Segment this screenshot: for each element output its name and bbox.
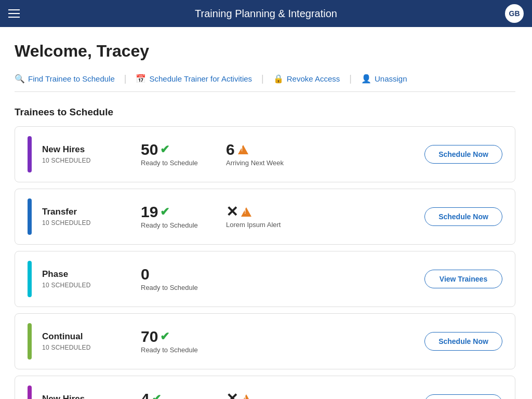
card-stat-continual: 70✔ Ready to Schedule <box>141 329 214 354</box>
card-stat-new-hires-2: 4✔ Ready to Schedule <box>141 391 214 399</box>
card-alert-new-hires-2: ✕ Lorem Ipsum Alert <box>226 392 309 399</box>
trainee-card-new-hires-2: New Hires 10 SCHEDULED 4✔ Ready to Sched… <box>15 376 515 399</box>
check-icon: ✔ <box>160 144 169 155</box>
card-info-continual: Continual 10 SCHEDULED <box>42 331 125 351</box>
card-accent-new-hires-1 <box>28 136 32 172</box>
card-alert-new-hires-1: 6 Arriving Next Week <box>226 142 309 167</box>
nav-unassign[interactable]: 👤 Unassign <box>352 74 417 84</box>
card-action-transfer: Schedule Now <box>424 207 502 226</box>
card-info-new-hires-2: New Hires 10 SCHEDULED <box>42 394 125 399</box>
continual-action-button[interactable]: Schedule Now <box>424 332 502 351</box>
card-accent-new-hires-2 <box>28 385 32 399</box>
main-content: Welcome, Tracey 🔍 Find Trainee to Schedu… <box>0 27 532 399</box>
welcome-title: Welcome, Tracey <box>15 42 515 61</box>
header: Training Planning & Integration GB <box>0 0 532 27</box>
trainee-cards-list: New Hires 10 SCHEDULED 50✔ Ready to Sche… <box>15 126 515 399</box>
lock-icon: 🔒 <box>273 74 284 84</box>
card-action-new-hires-1: Schedule Now <box>424 145 502 164</box>
card-accent-transfer <box>28 198 32 235</box>
trainee-card-continual: Continual 10 SCHEDULED 70✔ Ready to Sche… <box>15 313 515 369</box>
card-stat-phase: 0 Ready to Schedule <box>141 267 214 291</box>
trainee-card-new-hires-1: New Hires 10 SCHEDULED 50✔ Ready to Sche… <box>15 126 515 182</box>
card-action-new-hires-2: Schedule Now <box>424 394 502 399</box>
card-accent-continual <box>28 323 32 360</box>
card-scheduled-phase: 10 SCHEDULED <box>42 282 125 289</box>
check-icon: ✔ <box>152 393 161 399</box>
stat-number-transfer: 19✔ <box>141 204 214 220</box>
alert-label-transfer: Lorem Ipsum Alert <box>226 221 309 229</box>
calendar-icon: 📅 <box>136 74 146 84</box>
card-scheduled-transfer: 10 SCHEDULED <box>42 219 125 227</box>
stat-number-phase: 0 <box>141 267 214 282</box>
card-action-phase: View Trainees <box>424 270 502 288</box>
card-info-phase: Phase 10 SCHEDULED <box>42 269 125 289</box>
card-action-continual: Schedule Now <box>424 332 502 351</box>
trainee-card-phase: Phase 10 SCHEDULED 0 Ready to Schedule V… <box>15 251 515 307</box>
card-accent-phase <box>28 261 32 297</box>
section-title: Trainees to Schedule <box>15 107 515 118</box>
card-stat-new-hires-1: 50✔ Ready to Schedule <box>141 142 214 167</box>
trainee-card-transfer: Transfer 10 SCHEDULED 19✔ Ready to Sched… <box>15 189 515 245</box>
card-name-continual: Continual <box>42 331 125 342</box>
card-name-new-hires-1: New Hires <box>42 144 125 155</box>
phase-action-button[interactable]: View Trainees <box>424 270 502 288</box>
person-minus-icon: 👤 <box>361 74 371 84</box>
alert-label-new-hires-1: Arriving Next Week <box>226 159 309 167</box>
check-icon: ✔ <box>160 331 169 342</box>
nav-find-trainee[interactable]: 🔍 Find Trainee to Schedule <box>15 74 124 84</box>
new-hires-2-action-button[interactable]: Schedule Now <box>424 394 502 399</box>
stat-label-phase: Ready to Schedule <box>141 284 214 291</box>
alert-triangle-icon <box>241 394 251 399</box>
stat-label-transfer: Ready to Schedule <box>141 221 214 229</box>
card-scheduled-new-hires-1: 10 SCHEDULED <box>42 157 125 164</box>
stat-label-new-hires-1: Ready to Schedule <box>141 159 214 167</box>
card-alert-transfer: ✕ Lorem Ipsum Alert <box>226 205 309 229</box>
stat-label-continual: Ready to Schedule <box>141 346 214 354</box>
card-name-transfer: Transfer <box>42 207 125 217</box>
app-title: Training Planning & Integration <box>195 8 337 20</box>
card-scheduled-continual: 10 SCHEDULED <box>42 344 125 351</box>
nav-revoke-access[interactable]: 🔒 Revoke Access <box>264 74 350 84</box>
avatar[interactable]: GB <box>505 4 524 23</box>
alert-number-transfer: ✕ <box>226 205 309 219</box>
stat-number-new-hires-1: 50✔ <box>141 142 214 157</box>
search-icon: 🔍 <box>15 74 25 84</box>
alert-triangle-icon <box>238 145 248 154</box>
card-info-transfer: Transfer 10 SCHEDULED <box>42 207 125 227</box>
stat-number-new-hires-2: 4✔ <box>141 391 214 399</box>
new-hires-1-action-button[interactable]: Schedule Now <box>424 145 502 164</box>
hamburger-menu-icon[interactable] <box>8 9 20 18</box>
alert-number-new-hires-1: 6 <box>226 142 309 157</box>
card-stat-transfer: 19✔ Ready to Schedule <box>141 204 214 229</box>
alert-triangle-icon <box>241 207 251 217</box>
card-info-new-hires-1: New Hires 10 SCHEDULED <box>42 144 125 164</box>
app-container: Training Planning & Integration GB Welco… <box>0 0 532 399</box>
stat-number-continual: 70✔ <box>141 329 214 344</box>
card-name-phase: Phase <box>42 269 125 280</box>
alert-number-new-hires-2: ✕ <box>226 392 309 399</box>
nav-links: 🔍 Find Trainee to Schedule | 📅 Schedule … <box>15 73 515 92</box>
transfer-action-button[interactable]: Schedule Now <box>424 207 502 226</box>
nav-schedule-trainer[interactable]: 📅 Schedule Trainer for Activities <box>126 74 261 84</box>
check-icon: ✔ <box>160 206 169 218</box>
card-name-new-hires-2: New Hires <box>42 394 125 399</box>
